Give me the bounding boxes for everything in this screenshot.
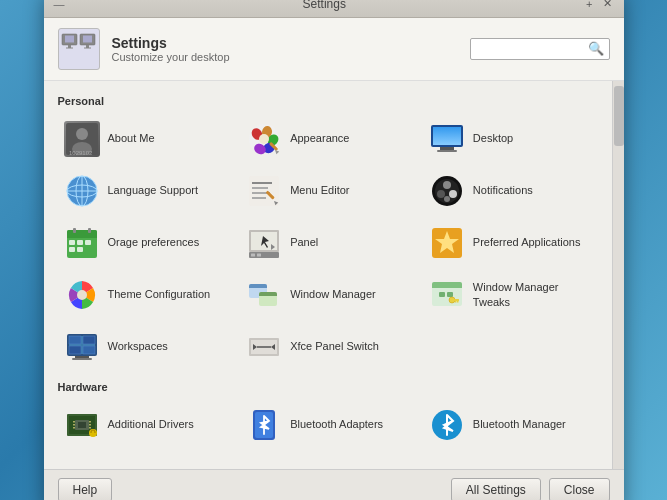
titlebar-title: Settings — [65, 0, 585, 11]
item-desktop[interactable]: Desktop — [423, 115, 598, 163]
svg-rect-3 — [66, 47, 73, 48]
settings-window: — Settings + ✕ Settings Customize your — [44, 0, 624, 500]
window-manager-tweaks-label: Window Manager Tweaks — [473, 280, 592, 309]
item-panel[interactable]: Panel — [240, 219, 415, 267]
item-workspaces[interactable]: Workspaces — [58, 323, 233, 371]
svg-rect-54 — [88, 228, 91, 233]
close-button[interactable]: ✕ — [601, 0, 614, 10]
item-orage-preferences[interactable]: Orage preferences — [58, 219, 233, 267]
footer: Help All Settings Close — [44, 469, 624, 501]
close-button[interactable]: Close — [549, 478, 610, 501]
svg-point-18 — [259, 134, 269, 144]
titlebar-controls: + ✕ — [584, 0, 613, 10]
item-about-me[interactable]: 1029102 About Me — [58, 115, 233, 163]
svg-rect-85 — [69, 346, 81, 354]
svg-rect-105 — [91, 433, 95, 436]
svg-rect-60 — [251, 253, 255, 256]
svg-rect-1 — [65, 35, 74, 42]
svg-rect-84 — [83, 336, 95, 344]
language-support-icon — [64, 173, 100, 209]
svg-rect-78 — [454, 299, 459, 301]
additional-drivers-label: Additional Drivers — [108, 417, 194, 431]
svg-rect-100 — [73, 427, 75, 429]
svg-rect-79 — [457, 301, 459, 303]
svg-rect-101 — [89, 421, 91, 423]
svg-rect-36 — [252, 197, 266, 199]
svg-point-42 — [437, 190, 445, 198]
desktop-icon — [429, 121, 465, 157]
search-container: 🔍 — [470, 38, 610, 60]
orage-preferences-label: Orage preferences — [108, 235, 200, 249]
xfce-panel-switch-icon — [246, 329, 282, 365]
header-text: Settings Customize your desktop — [112, 35, 230, 63]
item-xfce-panel-switch[interactable]: Xfce Panel Switch — [240, 323, 415, 371]
svg-rect-61 — [257, 253, 261, 256]
svg-rect-88 — [72, 358, 92, 360]
titlebar-menu-icon[interactable]: — — [54, 0, 65, 10]
main-content: Personal 1029102 About Me — [44, 81, 612, 469]
help-button[interactable]: Help — [58, 478, 113, 501]
svg-rect-71 — [259, 294, 277, 296]
svg-rect-48 — [69, 240, 75, 245]
svg-rect-74 — [432, 286, 462, 288]
appearance-icon — [246, 121, 282, 157]
item-window-manager[interactable]: Window Manager — [240, 271, 415, 319]
item-additional-drivers[interactable]: Additional Drivers — [58, 401, 233, 449]
item-theme-configuration[interactable]: Theme Configuration — [58, 271, 233, 319]
app-subtitle: Customize your desktop — [112, 51, 230, 63]
scrollbar-thumb[interactable] — [614, 86, 624, 146]
bluetooth-manager-label: Bluetooth Manager — [473, 417, 566, 431]
all-settings-button[interactable]: All Settings — [451, 478, 541, 501]
svg-rect-52 — [77, 247, 83, 252]
svg-rect-7 — [84, 47, 91, 48]
footer-left: Help — [58, 478, 113, 501]
scrollbar[interactable] — [612, 81, 624, 469]
search-input[interactable] — [470, 38, 610, 60]
content-area: Personal 1029102 About Me — [44, 81, 624, 469]
svg-point-65 — [77, 290, 87, 300]
app-title: Settings — [112, 35, 230, 51]
header: Settings Customize your desktop 🔍 — [44, 18, 624, 81]
settings-app-icon — [58, 28, 100, 70]
svg-rect-47 — [67, 234, 97, 238]
desktop-label: Desktop — [473, 131, 513, 145]
svg-rect-99 — [73, 424, 75, 426]
item-notifications[interactable]: Notifications — [423, 167, 598, 215]
svg-rect-86 — [83, 346, 95, 354]
svg-rect-102 — [89, 424, 91, 426]
bluetooth-manager-icon — [429, 407, 465, 443]
svg-rect-50 — [85, 240, 91, 245]
notifications-label: Notifications — [473, 183, 533, 197]
item-bluetooth-adapters[interactable]: Bluetooth Adapters — [240, 401, 415, 449]
svg-rect-34 — [252, 187, 268, 189]
svg-rect-33 — [252, 182, 272, 184]
svg-rect-76 — [447, 292, 453, 297]
svg-point-41 — [443, 181, 451, 189]
svg-rect-75 — [439, 292, 445, 297]
svg-rect-51 — [69, 247, 75, 252]
xfce-panel-switch-label: Xfce Panel Switch — [290, 339, 379, 353]
item-preferred-applications[interactable]: Preferred Applications — [423, 219, 598, 267]
svg-rect-103 — [89, 427, 91, 429]
hardware-grid: Additional Drivers Bluetooth Adapters — [58, 401, 598, 449]
item-menu-editor[interactable]: Menu Editor — [240, 167, 415, 215]
item-appearance[interactable]: Appearance — [240, 115, 415, 163]
svg-rect-68 — [249, 286, 267, 288]
svg-text:1029102: 1029102 — [69, 150, 93, 155]
maximize-button[interactable]: + — [584, 0, 594, 10]
svg-point-44 — [444, 196, 450, 202]
svg-point-9 — [76, 128, 88, 140]
svg-point-43 — [449, 190, 457, 198]
workspaces-icon — [64, 329, 100, 365]
appearance-label: Appearance — [290, 131, 349, 145]
preferred-applications-label: Preferred Applications — [473, 235, 581, 249]
panel-label: Panel — [290, 235, 318, 249]
item-language-support[interactable]: Language Support — [58, 167, 233, 215]
preferred-applications-icon — [429, 225, 465, 261]
about-me-label: About Me — [108, 131, 155, 145]
item-window-manager-tweaks[interactable]: Window Manager Tweaks — [423, 271, 598, 319]
theme-configuration-label: Theme Configuration — [108, 287, 211, 301]
svg-rect-80 — [455, 301, 457, 303]
theme-configuration-icon — [64, 277, 100, 313]
item-bluetooth-manager[interactable]: Bluetooth Manager — [423, 401, 598, 449]
